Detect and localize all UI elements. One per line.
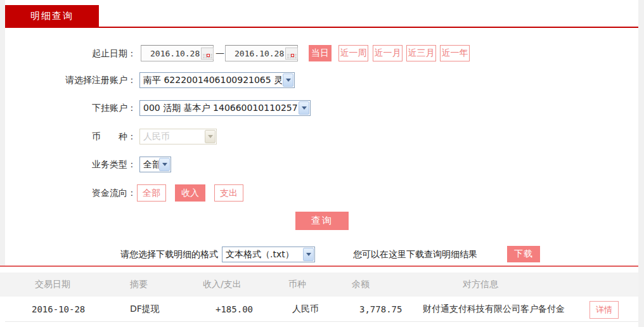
download-format-value: 文本格式（.txt）: [222, 247, 302, 262]
currency-row: 币 种： 人民币: [0, 129, 638, 144]
download-format-select[interactable]: 文本格式（.txt）: [222, 247, 315, 262]
sub-account-row: 下挂账户： 000 活期 基本户 1406600101102571848: [0, 100, 638, 116]
sub-account-value: 000 活期 基本户 1406600101102571848: [140, 101, 298, 115]
download-format-label: 请您选择下载明细的格式: [120, 246, 218, 262]
quick-range-week-button[interactable]: 近一周: [338, 45, 368, 61]
header-currency: 币种: [288, 272, 306, 297]
business-type-select[interactable]: 全部: [139, 157, 171, 172]
start-date-field[interactable]: [150, 49, 201, 58]
header-summary: 摘要: [130, 272, 148, 297]
download-row: 请您选择下载明细的格式 文本格式（.txt） 您可以在这里下载查询明细结果 下载: [0, 246, 638, 262]
quick-range-3months-button[interactable]: 近三月: [406, 45, 436, 61]
sub-account-label: 下挂账户：: [0, 100, 136, 116]
cell-balance: 3,778.75: [359, 297, 402, 321]
calendar-icon[interactable]: [201, 48, 214, 60]
business-type-value: 全部: [140, 157, 158, 172]
table-header-row: 交易日期 摘要 收入/支出 币种 余额 对方信息: [0, 272, 638, 297]
fund-flow-all-button[interactable]: 全部: [137, 184, 166, 202]
date-separator: —: [216, 48, 224, 58]
header-income-expense: 收入/支出: [203, 272, 242, 297]
detail-button[interactable]: 详情: [589, 301, 619, 319]
chevron-down-icon[interactable]: [159, 158, 170, 171]
calendar-icon[interactable]: [285, 48, 298, 60]
table-top-border: [0, 266, 638, 267]
register-account-row: 请选择注册账户： 南平 6222001406100921065 灵通卡: [0, 72, 638, 88]
query-button[interactable]: 查询: [295, 212, 349, 230]
cell-currency: 人民币: [292, 297, 319, 321]
business-type-row: 业务类型： 全部: [0, 157, 638, 172]
currency-label: 币 种：: [0, 129, 136, 144]
fund-flow-income-button[interactable]: 收入: [175, 184, 205, 202]
business-type-label: 业务类型：: [0, 157, 136, 172]
header-counterparty: 对方信息: [463, 272, 498, 297]
cell-amount: +185.00: [216, 297, 253, 321]
download-button[interactable]: 下载: [507, 246, 540, 262]
sub-account-select[interactable]: 000 活期 基本户 1406600101102571848: [139, 100, 311, 116]
chevron-down-icon: [205, 130, 216, 143]
chevron-down-icon[interactable]: [283, 74, 293, 87]
fund-flow-row: 资金流向： 全部 收入 支出: [0, 184, 638, 202]
row-bottom-border: [5, 321, 638, 322]
end-date-field[interactable]: [235, 49, 285, 58]
download-hint: 您可以在这里下载查询明细结果: [353, 246, 477, 262]
currency-value: 人民币: [140, 129, 204, 144]
start-date-input[interactable]: [141, 45, 214, 61]
tab-label: 明细查询: [30, 10, 74, 22]
quick-range-today-button[interactable]: 当日: [309, 45, 332, 61]
chevron-down-icon[interactable]: [299, 101, 309, 115]
cell-counterparty: 财付通支付科技有限公司客户备付金: [423, 297, 565, 321]
date-range-row: 起止日期： — 当日 近一周 近一月 近三月 近一年: [0, 45, 638, 61]
end-date-input[interactable]: [225, 45, 298, 61]
date-range-label: 起止日期：: [0, 45, 136, 61]
tab-underline: [5, 27, 638, 28]
header-balance: 余额: [352, 272, 370, 297]
cell-summary: DF提现: [130, 297, 160, 321]
quick-range-year-button[interactable]: 近一年: [440, 45, 470, 61]
detail-query-page: 明细查询 起止日期： — 当日 近一周 近一月 近三月: [0, 0, 644, 327]
header-trade-date: 交易日期: [35, 272, 70, 297]
table-row: 2016-10-28 DF提现 +185.00 人民币 3,778.75 财付通…: [0, 297, 638, 321]
fund-flow-label: 资金流向：: [0, 184, 136, 202]
register-account-select[interactable]: 南平 6222001406100921065 灵通卡: [139, 72, 295, 88]
fund-flow-expense-button[interactable]: 支出: [214, 184, 243, 202]
right-gutter: [638, 0, 644, 327]
register-account-value: 南平 6222001406100921065 灵通卡: [140, 73, 282, 87]
cell-trade-date: 2016-10-28: [32, 297, 85, 321]
tab-detail-query[interactable]: 明细查询: [5, 5, 99, 27]
quick-range-month-button[interactable]: 近一月: [373, 45, 402, 61]
currency-select: 人民币: [139, 129, 217, 144]
chevron-down-icon[interactable]: [303, 248, 314, 261]
register-account-label: 请选择注册账户：: [0, 72, 136, 88]
